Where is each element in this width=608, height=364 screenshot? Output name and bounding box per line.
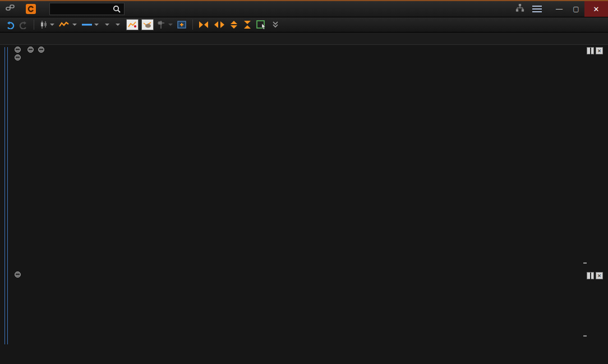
title-bar: — ▢ ✕ [0,1,608,17]
price-legend-row-1 [15,47,47,53]
chart-header [0,33,608,45]
line-style-caret [94,24,99,26]
link-icon[interactable] [6,4,15,14]
legend-toggle-icon[interactable] [38,47,44,53]
compress-horizontal-button[interactable] [212,20,227,30]
search-box[interactable] [49,3,125,15]
chart-toolbar [0,17,608,33]
maximize-button[interactable]: ▢ [568,1,584,17]
close-panel-icon[interactable]: ✕ [596,272,603,279]
analysis-button[interactable] [57,20,79,29]
macd-legend-row [15,271,25,278]
chart-body: ✕ ✕ [0,45,608,364]
search-icon[interactable] [112,4,122,13]
close-panel-icon[interactable]: ✕ [596,47,603,54]
linked-windows-icon[interactable] [515,4,524,14]
select-region-button[interactable] [255,19,269,31]
range-caret [116,24,120,26]
minimize-button[interactable]: — [551,1,568,17]
terminal-window: — ▢ ✕ [0,0,608,364]
legend-toggle-icon[interactable] [15,271,21,278]
chart-preview-button[interactable] [126,19,139,30]
period-button[interactable] [102,22,111,27]
annotate-chart-button[interactable] [141,19,154,30]
expand-horizontal-button[interactable] [196,20,211,30]
menu-icon[interactable] [532,6,542,12]
price-legend-row-2 [15,54,23,61]
more-tools-button[interactable] [270,20,280,30]
chart-title [4,34,8,43]
range-button[interactable] [112,22,122,27]
redo-button[interactable] [17,19,30,30]
chart-type-caret [50,24,54,26]
period-caret [105,24,109,26]
add-panel-button[interactable] [176,19,189,30]
analysis-caret [72,24,77,26]
legend-toggle-icon[interactable] [27,47,34,53]
restore-panel-icon[interactable] [587,272,594,279]
expand-vertical-button[interactable] [228,19,240,30]
compress-vertical-button[interactable] [241,19,254,30]
disabled-tool-button [155,19,174,30]
toolbar-separator [192,20,193,30]
macd-axis-auto-button[interactable] [583,335,587,337]
search-input[interactable] [50,5,112,13]
titlebar-right-controls: — ▢ ✕ [515,1,608,17]
price-panel-controls: ✕ [587,47,603,54]
price-axis-auto-button[interactable] [583,262,587,264]
close-button[interactable]: ✕ [584,1,608,17]
line-style-button[interactable] [80,21,100,28]
app-icon [26,4,36,14]
legend-toggle-icon[interactable] [15,54,21,61]
toolbar-separator [34,20,34,30]
legend-toggle-icon[interactable] [15,47,21,53]
undo-button[interactable] [3,19,16,30]
restore-panel-icon[interactable] [587,47,594,54]
chart-plot[interactable] [0,45,608,364]
panel-edge-handle[interactable] [4,47,8,344]
analysis-icon [59,21,69,28]
macd-panel-controls: ✕ [587,272,603,279]
chart-type-button[interactable] [38,19,56,30]
